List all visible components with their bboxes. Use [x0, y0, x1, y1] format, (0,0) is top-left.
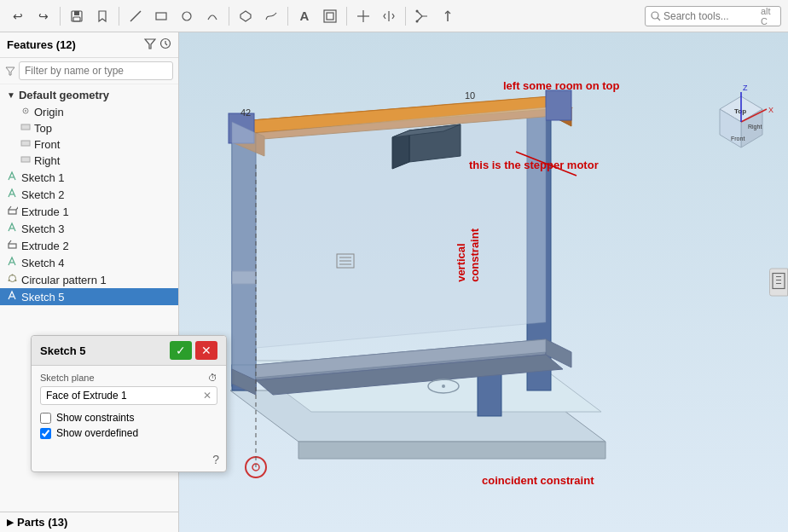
tree-item-circular-pattern1[interactable]: Circular pattern 1 — [0, 271, 178, 288]
separator-5 — [346, 7, 347, 26]
text-tool-button[interactable]: A — [293, 5, 316, 27]
svg-line-3 — [130, 11, 141, 21]
svg-rect-46 — [478, 373, 501, 416]
sketch-icon-1 — [7, 171, 18, 184]
tree-item-right[interactable]: Right — [0, 153, 178, 169]
orientation-cube[interactable]: Top Front Right X Z — [703, 84, 779, 160]
history-icon[interactable] — [159, 38, 171, 52]
trim-tool-button[interactable] — [411, 5, 433, 27]
right-panel-toggle[interactable] — [769, 269, 788, 297]
svg-rect-4 — [156, 13, 166, 20]
svg-point-36 — [15, 280, 17, 281]
svg-text:10: 10 — [465, 90, 475, 101]
panel-header-icons — [144, 38, 171, 52]
section-label: Default geometry — [19, 89, 109, 101]
tree-section-default-geometry[interactable]: ▼ Default geometry — [0, 86, 178, 104]
popup-cancel-button[interactable]: ✕ — [195, 341, 217, 360]
arc-tool-button[interactable] — [201, 5, 223, 27]
spline-tool-button[interactable] — [260, 5, 282, 27]
clock-icon[interactable]: ⏱ — [208, 373, 217, 383]
tree-item-extrude2[interactable]: Extrude 2 — [0, 237, 178, 254]
svg-point-5 — [183, 12, 191, 20]
tree-item-sketch4[interactable]: Sketch 4 — [0, 254, 178, 271]
svg-point-37 — [9, 280, 10, 281]
tree-item-sketch3[interactable]: Sketch 3 — [0, 220, 178, 237]
item-label-right: Right — [34, 154, 60, 167]
undo-button[interactable]: ↩ — [7, 5, 29, 27]
clear-sketch-plane-button[interactable]: ✕ — [203, 390, 211, 402]
main-area: Features (12) ▼ Default geometry — [0, 32, 788, 532]
mirror-tool-button[interactable] — [378, 5, 400, 27]
svg-point-34 — [9, 275, 16, 282]
tree-item-sketch5[interactable]: Sketch 5 — [0, 288, 178, 305]
svg-rect-8 — [327, 13, 333, 20]
svg-text:Top: Top — [734, 107, 746, 115]
popup-title: Sketch 5 — [40, 344, 85, 357]
tree-item-sketch2[interactable]: Sketch 2 — [0, 186, 178, 203]
origin-icon — [20, 106, 31, 119]
show-overdefined-checkbox[interactable] — [40, 428, 51, 439]
rect-tool-button[interactable] — [150, 5, 172, 27]
svg-marker-54 — [232, 122, 256, 390]
help-icon[interactable]: ? — [212, 453, 219, 466]
item-label-sketch4: Sketch 4 — [21, 257, 65, 269]
svg-line-15 — [658, 18, 660, 20]
show-overdefined-label: Show overdefined — [56, 427, 138, 439]
sketch-plane-field[interactable]: Face of Extrude 1 ✕ — [40, 386, 217, 405]
left-panel: Features (12) ▼ Default geometry — [0, 32, 179, 532]
search-hint: alt C — [761, 6, 775, 26]
plane-icon-right — [20, 154, 31, 167]
circle-tool-button[interactable] — [176, 5, 198, 27]
svg-point-20 — [25, 110, 26, 112]
tree-item-sketch1[interactable]: Sketch 1 — [0, 169, 178, 186]
extrude-icon-2 — [7, 239, 18, 252]
sketch-icon-3 — [7, 222, 18, 235]
filter-input[interactable] — [19, 61, 173, 80]
section-arrow: ▼ — [7, 90, 15, 100]
svg-rect-1 — [74, 11, 79, 15]
tree-item-top[interactable]: Top — [0, 120, 178, 136]
svg-point-12 — [416, 20, 419, 22]
item-label-extrude2: Extrude 2 — [21, 240, 69, 252]
popup-ok-button[interactable]: ✓ — [170, 341, 192, 360]
search-input[interactable] — [663, 10, 757, 22]
filter-search-icon — [5, 66, 15, 76]
svg-text:Z: Z — [743, 84, 748, 92]
vertical-constraint-button[interactable] — [437, 5, 459, 27]
show-constraints-checkbox[interactable] — [40, 413, 51, 424]
viewport[interactable]: 42 10 left some room on top this is the … — [179, 32, 788, 532]
item-label-extrude1: Extrude 1 — [21, 205, 69, 218]
polygon-tool-button[interactable] — [235, 5, 257, 27]
filter-icon[interactable] — [144, 38, 156, 52]
tree-item-extrude1[interactable]: Extrude 1 — [0, 203, 178, 220]
tree-item-front[interactable]: Front — [0, 136, 178, 153]
bookmark-button[interactable] — [91, 5, 113, 27]
redo-button[interactable]: ↪ — [32, 5, 55, 27]
toolbar: ↩ ↪ A alt C — [0, 0, 788, 32]
sketch-plane-label: Sketch plane ⏱ — [40, 373, 217, 383]
svg-point-65 — [442, 385, 445, 388]
svg-text:Front: Front — [731, 136, 745, 142]
svg-rect-86 — [773, 274, 785, 289]
sketch-icon-4 — [7, 256, 18, 269]
svg-line-29 — [16, 206, 18, 210]
search-box[interactable]: alt C — [645, 6, 781, 26]
plane-icon-top — [20, 122, 31, 135]
transform-tool-button[interactable] — [319, 5, 341, 27]
separator-2 — [119, 7, 119, 26]
line-tool-button[interactable] — [125, 5, 147, 27]
item-label: Origin — [34, 106, 64, 119]
separator-4 — [287, 7, 288, 26]
svg-marker-16 — [145, 39, 155, 49]
svg-point-11 — [416, 9, 419, 12]
item-label-sketch5: Sketch 5 — [21, 291, 65, 304]
item-label-top: Top — [34, 122, 52, 135]
item-label-front: Front — [34, 138, 60, 151]
svg-point-14 — [652, 12, 658, 19]
parts-row[interactable]: ▶ Parts (13) — [0, 512, 178, 532]
svg-text:X: X — [768, 106, 774, 114]
save-button[interactable] — [66, 5, 88, 27]
tree-item-origin[interactable]: Origin — [0, 104, 178, 120]
constraints-button[interactable] — [352, 5, 374, 27]
svg-rect-52 — [546, 90, 571, 120]
